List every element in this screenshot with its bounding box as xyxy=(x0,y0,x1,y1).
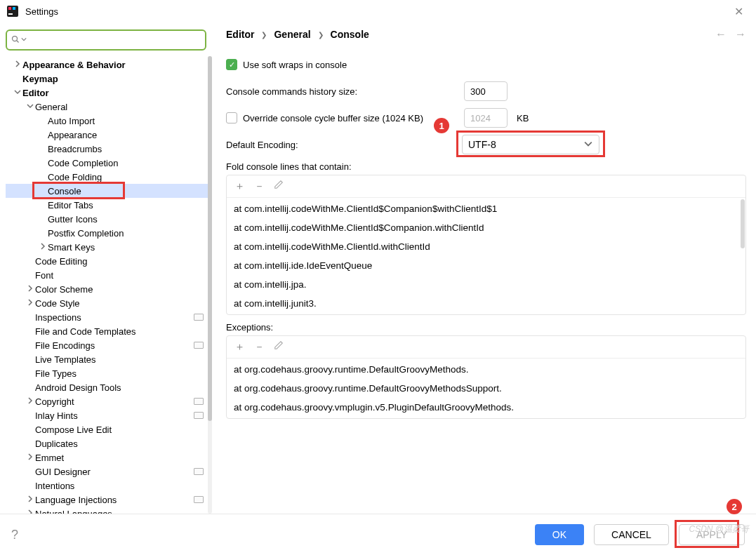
remove-icon[interactable]: － xyxy=(253,340,265,354)
tree-item-label: Duplicates xyxy=(35,439,78,449)
sidebar-scrollbar[interactable] xyxy=(208,56,212,514)
tree-item-label: Inlay Hints xyxy=(35,410,78,421)
tree-item-font[interactable]: Font xyxy=(6,268,211,282)
tree-item-live-templates[interactable]: Live Templates xyxy=(6,352,211,366)
tree-item-smart-keys[interactable]: Smart Keys xyxy=(6,240,211,254)
tree-item-label: Keymap xyxy=(22,74,58,84)
tree-item-copyright[interactable]: Copyright xyxy=(6,394,211,408)
ok-button[interactable]: OK xyxy=(535,524,584,545)
annotation-red-box-apply xyxy=(675,520,739,548)
help-icon[interactable]: ? xyxy=(11,528,18,542)
chevron-right-icon[interactable] xyxy=(25,509,35,514)
tree-item-appearance[interactable]: Appearance xyxy=(6,128,211,142)
chevron-right-icon[interactable] xyxy=(13,60,22,69)
list-item[interactable]: at org.codehaus.groovy.runtime.DefaultGr… xyxy=(227,379,745,398)
add-icon[interactable]: ＋ xyxy=(234,340,245,354)
search-input[interactable] xyxy=(27,34,201,47)
search-history-caret-icon[interactable] xyxy=(21,36,27,44)
tree-item-compose-live-edit[interactable]: Compose Live Edit xyxy=(6,422,211,436)
fold-lines-label: Fold console lines that contain: xyxy=(226,161,746,172)
tree-item-label: Compose Live Edit xyxy=(35,424,112,435)
fold-lines-list: ＋ － at com.intellij.codeWithMe.ClientId$… xyxy=(226,175,746,315)
history-size-label: Console commands history size: xyxy=(226,86,462,97)
list-item[interactable]: at com.intellij.ide.IdeEventQueue xyxy=(227,256,745,275)
tree-item-natural-languages[interactable]: Natural Languages xyxy=(6,507,211,514)
chevron-down-icon[interactable] xyxy=(13,88,22,97)
svg-line-5 xyxy=(17,40,19,42)
chevron-down-icon[interactable] xyxy=(25,102,35,111)
soft-wraps-checkbox[interactable]: ✓ xyxy=(226,59,237,70)
tree-item-inlay-hints[interactable]: Inlay Hints xyxy=(6,408,211,422)
tree-item-label: Postfix Completion xyxy=(48,228,124,239)
tree-item-file-and-code-templates[interactable]: File and Code Templates xyxy=(6,324,211,338)
chevron-right-icon[interactable] xyxy=(25,397,35,406)
svg-rect-2 xyxy=(13,7,15,10)
tree-item-file-types[interactable]: File Types xyxy=(6,366,211,380)
tree-item-label: Console xyxy=(48,186,81,196)
tree-item-emmet[interactable]: Emmet xyxy=(6,450,211,464)
breadcrumb-item[interactable]: General xyxy=(274,29,310,40)
tree-item-label: GUI Designer xyxy=(35,467,91,477)
tree-item-android-design-tools[interactable]: Android Design Tools xyxy=(6,380,211,394)
list-item[interactable]: at com.intellij.jpa. xyxy=(227,275,745,294)
tree-item-duplicates[interactable]: Duplicates xyxy=(6,436,211,450)
tree-item-editor[interactable]: Editor xyxy=(6,86,211,100)
list-item[interactable]: at com.intellij.codeWithMe.ClientId$Comp… xyxy=(227,218,745,237)
add-icon[interactable]: ＋ xyxy=(234,180,245,193)
close-icon[interactable]: ✕ xyxy=(729,5,749,18)
tree-item-gutter-icons[interactable]: Gutter Icons xyxy=(6,212,211,226)
tree-item-editor-tabs[interactable]: Editor Tabs xyxy=(6,198,211,212)
chevron-right-icon: ❯ xyxy=(261,31,267,39)
tree-item-code-completion[interactable]: Code Completion xyxy=(6,156,211,170)
search-field-wrap[interactable] xyxy=(6,29,206,51)
cancel-button[interactable]: CANCEL xyxy=(594,524,669,545)
chevron-right-icon[interactable] xyxy=(25,285,35,293)
nav-back-icon[interactable]: ← xyxy=(715,28,727,41)
tree-item-intentions[interactable]: Intentions xyxy=(6,479,211,493)
project-config-badge-icon xyxy=(194,496,204,503)
tree-item-color-scheme[interactable]: Color Scheme xyxy=(6,282,211,296)
list-scrollbar[interactable] xyxy=(741,199,745,248)
chevron-right-icon[interactable] xyxy=(25,299,35,307)
tree-item-general[interactable]: General xyxy=(6,100,211,114)
remove-icon[interactable]: － xyxy=(253,180,265,193)
tree-item-file-encodings[interactable]: File Encodings xyxy=(6,338,211,352)
chevron-right-icon[interactable] xyxy=(25,453,35,462)
chevron-right-icon[interactable] xyxy=(25,495,35,504)
list-item[interactable]: at com.intellij.codeWithMe.ClientId.with… xyxy=(227,237,745,256)
tree-item-code-folding[interactable]: Code Folding xyxy=(6,170,211,184)
nav-forward-icon[interactable]: → xyxy=(735,28,746,41)
project-config-badge-icon xyxy=(194,468,204,475)
tree-item-code-style[interactable]: Code Style xyxy=(6,296,211,310)
tree-item-console[interactable]: Console xyxy=(6,184,211,198)
tree-item-keymap[interactable]: Keymap xyxy=(6,72,211,86)
override-buffer-checkbox[interactable] xyxy=(226,112,237,123)
tree-item-gui-designer[interactable]: GUI Designer xyxy=(6,464,211,479)
tree-item-postfix-completion[interactable]: Postfix Completion xyxy=(6,226,211,240)
list-item[interactable]: at com.intellij.junit3. xyxy=(227,294,745,313)
project-config-badge-icon xyxy=(194,398,204,405)
exceptions-label: Exceptions: xyxy=(226,322,746,333)
tree-item-label: Code Completion xyxy=(48,158,118,168)
list-item[interactable]: at org.codehaus.groovy.runtime.DefaultGr… xyxy=(227,360,745,379)
project-config-badge-icon xyxy=(194,314,204,321)
list-item[interactable]: at com.intellij.codeWithMe.ClientId$Comp… xyxy=(227,199,745,218)
chevron-right-icon[interactable] xyxy=(38,243,48,251)
tree-item-appearance-behavior[interactable]: Appearance & Behavior xyxy=(6,58,211,72)
tree-item-inspections[interactable]: Inspections xyxy=(6,310,211,324)
history-size-input[interactable] xyxy=(464,81,508,101)
tree-item-auto-import[interactable]: Auto Import xyxy=(6,114,211,128)
breadcrumb-item: Console xyxy=(331,29,369,40)
soft-wraps-label: Use soft wraps in console xyxy=(243,60,347,70)
buffer-size-input xyxy=(464,108,508,128)
tree-item-language-injections[interactable]: Language Injections xyxy=(6,493,211,507)
project-config-badge-icon xyxy=(194,412,204,419)
breadcrumb-item[interactable]: Editor xyxy=(226,29,254,40)
list-item[interactable]: at org.codehaus.groovy.vmplugin.v5.Plugi… xyxy=(227,398,745,417)
tree-item-code-editing[interactable]: Code Editing xyxy=(6,254,211,268)
tree-item-breadcrumbs[interactable]: Breadcrumbs xyxy=(6,142,211,156)
tree-item-label: Editor Tabs xyxy=(48,200,93,210)
edit-icon[interactable] xyxy=(273,340,284,354)
edit-icon[interactable] xyxy=(273,180,284,193)
settings-tree[interactable]: Appearance & BehaviorKeymapEditorGeneral… xyxy=(6,58,212,514)
